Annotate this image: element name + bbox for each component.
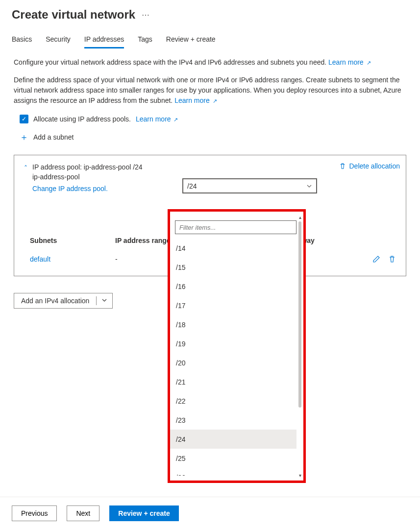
delete-icon[interactable]: [388, 255, 396, 263]
pool-title: IP address pool: ip-address-pool /24: [32, 163, 143, 171]
collapse-icon[interactable]: ˄: [24, 164, 27, 172]
add-subnet-label: Add a subnet: [33, 133, 74, 141]
page-title: Create virtual network: [12, 8, 135, 22]
external-link-icon: ↗: [173, 117, 178, 122]
prefix-option[interactable]: /22: [170, 391, 296, 410]
tab-review-create[interactable]: Review + create: [166, 35, 216, 48]
change-pool-link[interactable]: Change IP address pool.: [32, 185, 108, 192]
subnet-name-link[interactable]: default: [30, 255, 50, 263]
scroll-up-icon[interactable]: ▴: [297, 215, 302, 219]
allocate-label: Allocate using IP address pools.: [33, 115, 131, 123]
intro-text-1-content: Configure your virtual network address s…: [14, 58, 326, 66]
more-icon[interactable]: ⋯: [142, 10, 149, 20]
prefix-value: /24: [187, 182, 197, 190]
prefix-option[interactable]: /25: [170, 449, 296, 468]
tabs: BasicsSecurityIP addressesTagsReview + c…: [0, 22, 420, 48]
footer: Previous Next Review + create: [0, 497, 420, 529]
scrollbar[interactable]: ▴ ▾: [297, 215, 302, 478]
add-allocation-label: Add an IPv4 allocation: [14, 297, 96, 305]
tab-security[interactable]: Security: [46, 35, 71, 48]
add-subnet-button[interactable]: ＋ Add a subnet: [20, 131, 406, 143]
prefix-option[interactable]: /15: [170, 258, 296, 277]
prefix-option[interactable]: /24: [170, 430, 296, 449]
intro-text-1: Configure your virtual network address s…: [14, 58, 406, 66]
delete-allocation-button[interactable]: Delete allocation: [339, 162, 400, 170]
prefix-option[interactable]: /20: [170, 353, 296, 372]
prefix-option[interactable]: /17: [170, 296, 296, 315]
scroll-down-icon[interactable]: ▾: [297, 473, 302, 478]
prefix-option[interactable]: /18: [170, 315, 296, 334]
filter-input[interactable]: [175, 220, 296, 234]
intro-text-2: Define the address space of your virtual…: [14, 75, 406, 106]
prefix-option[interactable]: /23: [170, 410, 296, 430]
tab-ip-addresses[interactable]: IP addresses: [84, 35, 124, 48]
previous-button[interactable]: Previous: [12, 505, 57, 521]
prefix-option[interactable]: /14: [170, 239, 296, 258]
trash-icon: [339, 163, 346, 169]
add-allocation-button[interactable]: Add an IPv4 allocation: [14, 293, 113, 309]
allocate-checkbox[interactable]: ✓: [20, 115, 28, 123]
pool-name: ip-address-pool: [32, 173, 143, 181]
prefix-select[interactable]: /24: [183, 179, 317, 193]
next-button[interactable]: Next: [67, 505, 99, 521]
prefix-option[interactable]: /16: [170, 277, 296, 296]
learn-more-link-3[interactable]: Learn more ↗: [136, 115, 178, 123]
tab-tags[interactable]: Tags: [138, 35, 152, 48]
prefix-option[interactable]: /21: [170, 372, 296, 391]
prefix-option[interactable]: /19: [170, 334, 296, 353]
external-link-icon: ↗: [367, 60, 371, 66]
chevron-down-icon: [306, 183, 312, 189]
col-subnets: Subnets: [24, 237, 115, 244]
tab-basics[interactable]: Basics: [12, 35, 32, 48]
chevron-down-icon[interactable]: [97, 297, 112, 305]
external-link-icon: ↗: [213, 98, 217, 104]
learn-more-link-2[interactable]: Learn more ↗: [174, 96, 217, 104]
edit-icon[interactable]: [372, 255, 380, 263]
plus-icon: ＋: [20, 131, 28, 143]
scroll-thumb[interactable]: [298, 221, 301, 408]
prefix-dropdown: /14/15/16/17/18/19/20/21/22/23/24/25/26 …: [168, 209, 306, 483]
learn-more-link-1[interactable]: Learn more ↗: [328, 58, 371, 66]
prefix-option[interactable]: /26: [170, 468, 296, 476]
review-create-button[interactable]: Review + create: [109, 505, 178, 521]
